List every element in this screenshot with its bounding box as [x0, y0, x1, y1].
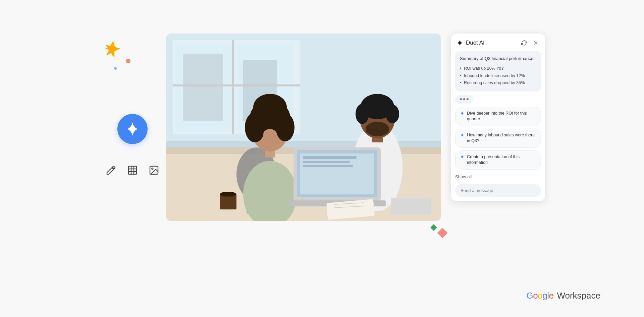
- table-icon[interactable]: [126, 164, 139, 176]
- bullet-list: ROI was up 20% YoY Inbound leads increas…: [460, 65, 536, 87]
- dot-2: [463, 98, 465, 100]
- summary-title: Summary of Q3 financial performance: [460, 56, 536, 62]
- chat-header: Duet AI: [451, 34, 545, 51]
- svg-rect-49: [166, 34, 441, 221]
- ai-button[interactable]: [117, 114, 148, 144]
- show-all-button[interactable]: Show all: [455, 173, 541, 181]
- bullet-item-1: ROI was up 20% YoY: [460, 65, 536, 72]
- google-logo: Google: [527, 291, 554, 301]
- dot-3: [467, 98, 469, 100]
- chat-panel: Duet AI Summary of: [451, 34, 545, 201]
- image-icon[interactable]: [148, 164, 160, 176]
- suggestion-chip-1[interactable]: Dive deeper into the ROI for this quarte…: [455, 107, 541, 126]
- typing-indicator: [455, 95, 473, 104]
- left-section: [99, 20, 166, 176]
- workspace-text: Workspace: [557, 291, 600, 301]
- suggestion-text-3: Create a presentation of this informatio…: [467, 154, 536, 166]
- suggestion-chip-2[interactable]: How many inbound sales were there in Q3?: [455, 129, 541, 148]
- refresh-button[interactable]: [520, 39, 528, 47]
- chip-star-icon-2: [460, 132, 464, 139]
- edit-icon[interactable]: [105, 164, 117, 176]
- main-container: Duet AI Summary of: [44, 20, 600, 297]
- chat-title: Duet AI: [466, 40, 518, 46]
- dot-1: [460, 98, 462, 100]
- suggestion-text-1: Dive deeper into the ROI for this quarte…: [467, 111, 536, 122]
- suggestion-text-2: How many inbound sales were there in Q3?: [467, 132, 536, 144]
- google-workspace-branding: Google Workspace: [527, 291, 600, 301]
- bullet-item-3: Recurring sales dropped by 35%: [460, 79, 536, 87]
- chat-header-actions: [520, 39, 540, 47]
- summary-card: Summary of Q3 financial performance ROI …: [455, 51, 541, 91]
- office-photo: [166, 34, 441, 221]
- suggestion-chip-3[interactable]: Create a presentation of this informatio…: [455, 150, 541, 170]
- message-input-area: [455, 184, 541, 197]
- message-input[interactable]: [461, 188, 536, 193]
- chip-star-icon-1: [460, 111, 464, 117]
- toolbar: [105, 164, 160, 176]
- suggestions-list: Dive deeper into the ROI for this quarte…: [455, 107, 541, 170]
- duet-ai-icon: [457, 40, 463, 46]
- bullet-item-2: Inbound leads increased by 12%: [460, 72, 536, 80]
- svg-point-6: [152, 168, 153, 169]
- svg-rect-0: [128, 166, 137, 174]
- close-button[interactable]: [532, 39, 540, 47]
- chip-star-icon-3: [460, 154, 464, 161]
